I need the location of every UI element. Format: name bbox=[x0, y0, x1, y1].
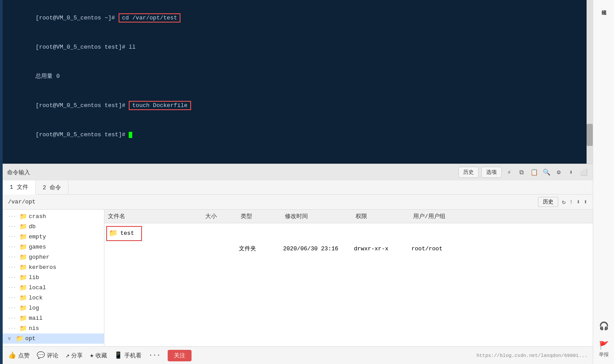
fm-toolbar-right: 历史 ↻ ↑ ⬇ ⬆ bbox=[538, 197, 587, 207]
tree-item-kerberos[interactable]: ··· 📁 kerberos bbox=[3, 262, 104, 272]
tree-item-nis[interactable]: ··· 📁 nis bbox=[3, 323, 104, 333]
file-row-highlighted-box[interactable]: 📁 test bbox=[106, 226, 142, 241]
sidebar-headphones[interactable]: 🎧 bbox=[597, 318, 610, 333]
action-mobile[interactable]: 📱 手机看 bbox=[114, 351, 142, 360]
copy-icon[interactable]: ⧉ bbox=[517, 168, 526, 177]
folder-icon-nis: 📁 bbox=[19, 325, 27, 332]
action-favorite[interactable]: ★ 收藏 bbox=[90, 351, 107, 360]
folder-icon-test-file: 📁 bbox=[109, 229, 118, 238]
col-header-type: 类型 bbox=[237, 211, 281, 221]
file-user: root/root bbox=[411, 245, 464, 252]
file-date: 2020/06/30 23:16 bbox=[283, 245, 354, 252]
lightning-icon[interactable]: ⚡ bbox=[504, 168, 514, 177]
command-input-label: 命令输入 bbox=[7, 169, 30, 176]
tree-item-test-nested[interactable]: ··· 📁 test bbox=[3, 344, 104, 346]
folder-icon-lib: 📁 bbox=[19, 274, 27, 281]
tree-item-empty[interactable]: ··· 📁 empty bbox=[3, 232, 104, 242]
tree-item-opt[interactable]: ▽ 📁 opt bbox=[3, 333, 104, 344]
tree-item-lock[interactable]: ··· 📁 lock bbox=[3, 293, 104, 303]
scrollbar-thumb[interactable] bbox=[587, 124, 593, 146]
tree-item-db[interactable]: ··· 📁 db bbox=[3, 222, 104, 232]
fm-refresh-icon[interactable]: ↻ bbox=[562, 198, 565, 206]
flag-icon: 🚩 bbox=[599, 341, 609, 350]
expand-icon-opt: ▽ bbox=[8, 336, 14, 341]
file-row-test-name: test bbox=[120, 230, 134, 237]
file-type: 文件夹 bbox=[239, 245, 283, 253]
like-icon: 👍 bbox=[8, 351, 16, 360]
tree-panel: ··· 📁 crash ··· 📁 db ··· 📁 empty bbox=[3, 210, 104, 346]
action-like[interactable]: 👍 点赞 bbox=[8, 351, 30, 360]
action-more[interactable]: ··· bbox=[149, 352, 161, 359]
terminal-line-2: [root@VM_0_5_centos test]# ll bbox=[8, 33, 587, 62]
follow-button[interactable]: 关注 bbox=[168, 350, 192, 361]
tab-files[interactable]: 1 文件 bbox=[3, 180, 36, 195]
settings-icon[interactable]: ⚙ bbox=[554, 168, 564, 177]
tree-item-mail[interactable]: ··· 📁 mail bbox=[3, 313, 104, 323]
file-manager-toolbar: /var/opt 历史 ↻ ↑ ⬇ ⬆ bbox=[3, 195, 593, 210]
folder-icon-gopher: 📁 bbox=[19, 253, 27, 261]
folder-icon-kerberos: 📁 bbox=[19, 264, 27, 271]
report-label: 举报 bbox=[599, 351, 609, 358]
file-manager: /var/opt 历史 ↻ ↑ ⬇ ⬆ ··· 📁 crash bbox=[3, 195, 593, 346]
folder-icon-opt: 📁 bbox=[16, 335, 23, 342]
fm-history-button[interactable]: 历史 bbox=[538, 197, 558, 207]
sidebar-report[interactable]: 🚩 举报 bbox=[597, 338, 610, 360]
options-button[interactable]: 选项 bbox=[481, 167, 502, 178]
folder-icon-crash: 📁 bbox=[19, 213, 27, 220]
col-header-perm: 权限 bbox=[352, 211, 410, 221]
tab-commands[interactable]: 2 命令 bbox=[36, 181, 69, 194]
tree-item-local[interactable]: ··· 📁 local bbox=[3, 283, 104, 293]
terminal-toolbar: 命令输入 历史 选项 ⚡ ⧉ 📋 🔍 ⚙ ⬇ ⬜ bbox=[3, 164, 593, 180]
sidebar-error-note: 出现错 bbox=[599, 4, 609, 9]
bottom-bar: 👍 点赞 💬 评论 ↗ 分享 ★ 收藏 📱 手机看 bbox=[3, 346, 593, 364]
download-icon[interactable]: ⬇ bbox=[566, 168, 576, 177]
paste-icon[interactable]: 📋 bbox=[529, 168, 539, 177]
folder-icon-empty: 📁 bbox=[19, 233, 27, 241]
action-share[interactable]: ↗ 分享 bbox=[65, 351, 83, 360]
tree-item-lib[interactable]: ··· 📁 lib bbox=[3, 272, 104, 283]
fm-download-icon[interactable]: ⬇ bbox=[576, 198, 580, 206]
more-icon: ··· bbox=[149, 352, 161, 359]
history-button[interactable]: 历史 bbox=[458, 167, 479, 178]
col-header-name: 文件名 bbox=[104, 211, 202, 221]
share-icon: ↗ bbox=[65, 351, 69, 360]
folder-icon-local: 📁 bbox=[19, 284, 27, 291]
bottom-url: https://blog.csdn.net/lanqdon/69091... bbox=[476, 353, 587, 358]
action-comment[interactable]: 💬 评论 bbox=[37, 351, 58, 360]
file-list-header: 文件名 大小 类型 修改时间 权限 用户/用户组 bbox=[104, 210, 593, 223]
folder-icon-mail: 📁 bbox=[19, 314, 27, 322]
tabs-bar: 1 文件 2 命令 bbox=[3, 180, 593, 195]
terminal-area: [root@VM_0_5_centos ~]# cd /var/opt/test… bbox=[3, 0, 593, 164]
bottom-actions: 👍 点赞 💬 评论 ↗ 分享 ★ 收藏 📱 手机看 bbox=[8, 350, 192, 361]
fm-path: /var/opt bbox=[8, 199, 35, 205]
terminal-scrollbar[interactable] bbox=[587, 0, 593, 164]
cmd-highlight-2: touch Dockerfile bbox=[129, 101, 191, 110]
terminal-toolbar-right: 历史 选项 ⚡ ⧉ 📋 🔍 ⚙ ⬇ ⬜ bbox=[458, 167, 588, 178]
terminal-line-5: [root@VM_0_5_centos test]# bbox=[8, 120, 587, 149]
fm-up-icon[interactable]: ↑ bbox=[569, 199, 573, 206]
comment-icon: 💬 bbox=[37, 351, 45, 360]
right-sidebar: 出现错 🎧 🚩 举报 bbox=[593, 0, 614, 364]
search-icon[interactable]: 🔍 bbox=[541, 168, 551, 177]
tree-item-games[interactable]: ··· 📁 games bbox=[3, 242, 104, 252]
col-header-user: 用户/用户组 bbox=[410, 211, 463, 221]
col-header-date: 修改时间 bbox=[281, 211, 352, 221]
folder-icon-lock: 📁 bbox=[19, 294, 27, 302]
file-panel: ··· 📁 crash ··· 📁 db ··· 📁 empty bbox=[3, 210, 593, 346]
col-header-size: 大小 bbox=[202, 211, 237, 221]
folder-icon-db: 📁 bbox=[19, 223, 27, 230]
folder-icon-games: 📁 bbox=[19, 243, 27, 251]
favorite-icon: ★ bbox=[90, 351, 94, 360]
headphones-icon: 🎧 bbox=[599, 321, 609, 331]
tree-item-gopher[interactable]: ··· 📁 gopher bbox=[3, 252, 104, 262]
maximize-icon[interactable]: ⬜ bbox=[579, 168, 588, 177]
tree-item-crash[interactable]: ··· 📁 crash bbox=[3, 211, 104, 222]
terminal-cursor bbox=[129, 132, 132, 138]
cmd-highlight-1: cd /var/opt/test bbox=[119, 13, 181, 23]
tree-item-log[interactable]: ··· 📁 log bbox=[3, 303, 104, 313]
fm-upload-icon[interactable]: ⬆ bbox=[584, 198, 587, 206]
mobile-icon: 📱 bbox=[114, 351, 123, 360]
terminal-empty-space bbox=[8, 149, 587, 164]
file-list-panel: 文件名 大小 类型 修改时间 权限 用户/用户组 📁 test bbox=[104, 210, 593, 346]
terminal-line-1: [root@VM_0_5_centos ~]# cd /var/opt/test bbox=[8, 4, 587, 33]
